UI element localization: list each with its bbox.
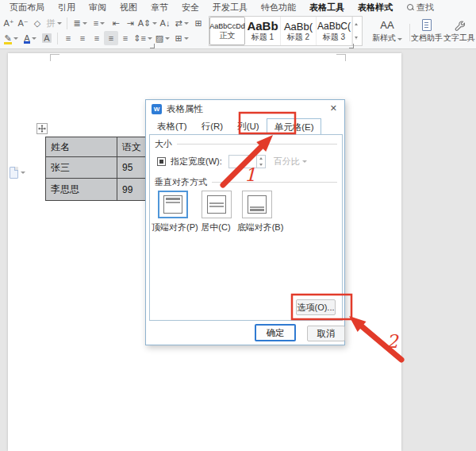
doc-assistant-button[interactable]: 文档助手	[409, 17, 444, 44]
spinner-up-icon[interactable]	[257, 156, 265, 162]
new-style-button[interactable]: AA 新样式	[370, 17, 405, 44]
margin-note-button[interactable]	[10, 167, 25, 179]
cancel-button[interactable]: 取消	[307, 326, 345, 341]
style-normal[interactable]: AaBbCcDd 正文	[209, 17, 245, 45]
tab-cell[interactable]: 单元格(E)	[267, 118, 322, 135]
numbered-list-icon[interactable]: ≡	[90, 16, 109, 30]
align-right-icon[interactable]: ≡	[90, 31, 104, 45]
size-group-header: 大小	[155, 138, 337, 150]
menu-view[interactable]: 视图	[120, 2, 137, 13]
doc-assistant-icon	[409, 17, 444, 31]
valign-bottom-label: 底端对齐(B)	[236, 222, 285, 233]
tab-table[interactable]: 表格(T)	[150, 118, 194, 134]
decrease-indent-icon[interactable]: ⇤	[109, 16, 123, 30]
ok-button[interactable]: 确定	[255, 324, 296, 341]
font-paragraph-row2: ✎ A A ≡ ≡ ≡ ≡ ≡ ⇕≡ ▨ ⊞	[2, 31, 191, 45]
search-icon	[406, 3, 414, 11]
tab-row[interactable]: 行(R)	[194, 118, 230, 134]
align-left-icon[interactable]: ≡	[61, 31, 75, 45]
borders-icon[interactable]: ⊞	[172, 31, 191, 45]
font-color-icon[interactable]: A	[21, 31, 40, 45]
distribute-icon[interactable]: ≡	[118, 31, 132, 45]
styles-dialog-launcher[interactable]	[349, 44, 354, 48]
menu-security[interactable]: 安全	[182, 2, 199, 13]
dialog-title: 表格属性	[167, 103, 203, 115]
highlight-color-icon[interactable]: ✎	[2, 31, 21, 45]
menu-references[interactable]: 引用	[58, 2, 75, 13]
styles-scroll[interactable]	[352, 17, 359, 45]
styles-gallery: AaBbCcDd 正文 AaBb 标题 1 AaBb( 标题 2 AaBbC( …	[209, 16, 363, 46]
justify-icon[interactable]: ≡	[104, 31, 118, 45]
paragraph-marks-icon[interactable]: ⇄	[172, 16, 191, 30]
separator	[67, 17, 67, 29]
close-icon[interactable]: ✕	[330, 103, 337, 114]
measure-unit-value: 百分比	[274, 156, 300, 168]
clear-format-icon[interactable]: ◇	[30, 16, 44, 30]
menu-review[interactable]: 审阅	[89, 2, 106, 13]
sort-icon[interactable]: A↓	[158, 16, 172, 30]
align-center-icon	[207, 195, 226, 214]
char-shading-icon[interactable]: A	[40, 31, 54, 45]
move-arrows-icon	[38, 125, 46, 133]
valign-top-label: 顶端对齐(P)	[152, 222, 196, 233]
spinner-down-icon[interactable]	[257, 162, 265, 168]
specify-width-checkbox[interactable]	[157, 157, 166, 166]
valign-center-label: 居中(C)	[199, 222, 232, 233]
valign-bottom-tile[interactable]	[242, 191, 272, 218]
menu-special-features[interactable]: 特色功能	[261, 2, 296, 13]
chevron-down-icon	[21, 172, 25, 174]
cell-tab-panel: 大小 指定宽度(W): 百分比 垂直对齐方式	[149, 134, 343, 321]
search-label: 查找	[416, 2, 434, 13]
menu-table-tools[interactable]: 表格工具	[309, 2, 344, 13]
menu-table-style[interactable]: 表格样式	[358, 2, 393, 13]
increase-indent-icon[interactable]: ⇥	[123, 16, 137, 30]
table-header-cell[interactable]: 姓名	[46, 137, 117, 157]
char-scale-icon[interactable]: A⇕	[137, 16, 158, 30]
bullet-list-icon[interactable]: ≣	[71, 16, 90, 30]
options-button[interactable]: 选项(O)...	[296, 299, 336, 315]
text-tool-button[interactable]: 文字工具	[442, 17, 476, 44]
insert-cells-icon[interactable]: ⊞	[191, 16, 205, 30]
style-heading3[interactable]: AaBbC( 标题 3	[317, 17, 352, 45]
styles-scroll-up-icon[interactable]	[353, 17, 359, 31]
align-bottom-icon	[248, 195, 267, 214]
table-move-handle[interactable]	[36, 123, 48, 134]
separator	[57, 33, 58, 44]
table-properties-dialog: W 表格属性 ✕ 表格(T) 行(R) 列(U) 单元格(E) 大小 指定宽度(…	[145, 99, 345, 345]
divider	[177, 144, 337, 145]
decrease-font-icon[interactable]: A⁻	[16, 16, 30, 30]
width-spinner[interactable]	[257, 155, 266, 168]
table-cell[interactable]: 张三	[46, 157, 117, 179]
valign-group-label: 垂直对齐方式	[155, 176, 207, 188]
style-name: 正文	[220, 31, 236, 40]
style-preview: AaBb(	[284, 21, 313, 33]
align-center-icon[interactable]: ≡	[75, 31, 90, 45]
char-shading-glyph: A	[42, 33, 51, 43]
tab-column[interactable]: 列(U)	[230, 118, 266, 134]
highlight-glyph: ✎	[4, 33, 11, 43]
shading-icon[interactable]: ▨	[153, 31, 172, 45]
styles-scroll-down-icon[interactable]	[353, 31, 359, 45]
size-group-label: 大小	[155, 138, 172, 150]
menu-section[interactable]: 章节	[151, 2, 168, 13]
measure-unit-dropdown[interactable]: 百分比	[274, 156, 307, 168]
valign-center-tile[interactable]	[202, 191, 232, 218]
pinyin-guide-icon[interactable]: 拼	[44, 16, 63, 30]
menu-search[interactable]: 查找	[406, 2, 434, 13]
menu-bar: 页面布局 引用 审阅 视图 章节 安全 开发工具 特色功能 表格工具 表格样式 …	[0, 0, 476, 14]
font-paragraph-row1: A⁺ A⁻ ◇ 拼 ≣ ≡ ⇤ ⇥ A⇕ A↓ ⇄ ⊞	[2, 16, 205, 30]
increase-font-icon[interactable]: A⁺	[2, 16, 16, 30]
valign-top-tile[interactable]	[158, 191, 188, 218]
menu-dev-tools[interactable]: 开发工具	[213, 2, 248, 13]
style-preview: AaBb	[247, 20, 278, 33]
style-heading2[interactable]: AaBb( 标题 2	[281, 17, 317, 45]
style-heading1[interactable]: AaBb 标题 1	[245, 17, 281, 45]
style-preview: AaBbCcDd	[209, 21, 245, 31]
style-name: 标题 3	[323, 33, 345, 42]
width-value-input[interactable]	[228, 155, 257, 168]
font-dialog-launcher[interactable]	[150, 44, 155, 48]
wps-app-icon: W	[152, 104, 162, 114]
dialog-titlebar: W 表格属性	[146, 100, 344, 118]
table-cell[interactable]: 李思思	[46, 179, 117, 200]
menu-page-layout[interactable]: 页面布局	[10, 2, 44, 13]
